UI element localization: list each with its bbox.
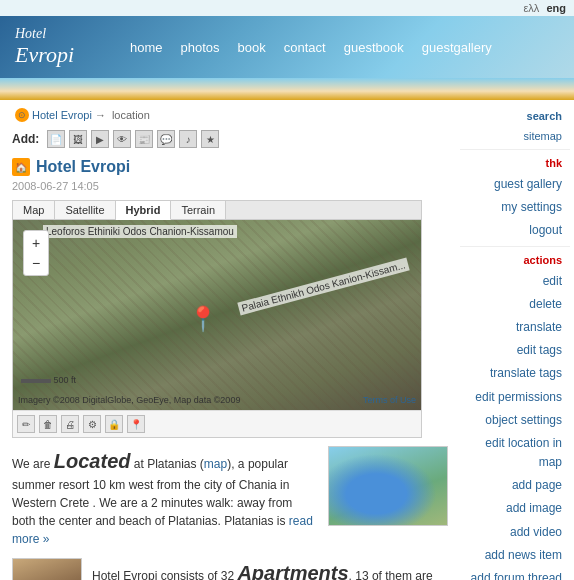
lang-ell[interactable]: ελλ <box>523 2 539 14</box>
sidebar-divider-1 <box>460 149 570 150</box>
sidebar-link-guest-gallery[interactable]: guest gallery <box>460 173 570 196</box>
nav-home[interactable]: home <box>130 40 163 55</box>
nav-book[interactable]: book <box>238 40 266 55</box>
map-zoom-control: + − <box>23 230 49 276</box>
text-body-2: Hotel Evropi consists of 32 Apartments. … <box>92 558 448 580</box>
map-container: Map Satellite Hybrid Terrain Leoforos Et… <box>12 200 422 438</box>
beach-strip <box>0 78 574 100</box>
map-tab-satellite[interactable]: Satellite <box>55 201 115 219</box>
nav-photos[interactable]: photos <box>181 40 220 55</box>
breadcrumb: ⊙ Hotel Evropi → location <box>12 108 448 122</box>
logo-hotel: Hotel <box>15 26 115 42</box>
nav-guestbook[interactable]: guestbook <box>344 40 404 55</box>
page-title: Hotel Evropi <box>36 158 130 176</box>
date-label: 2008-06-27 14:05 <box>12 180 448 192</box>
map-action-marker[interactable]: 📍 <box>127 415 145 433</box>
add-icon-eye[interactable]: 👁 <box>113 130 131 148</box>
map-action-delete[interactable]: 🗑 <box>39 415 57 433</box>
sidebar-link-edit-location[interactable]: edit location in map <box>460 432 570 474</box>
sidebar-link-add-image[interactable]: add image <box>460 497 570 520</box>
map-tabs: Map Satellite Hybrid Terrain <box>13 201 421 220</box>
add-bar: Add: 📄 🖼 ▶ 👁 📰 💬 ♪ ★ <box>12 130 448 148</box>
map-tab-map[interactable]: Map <box>13 201 55 219</box>
sidebar-link-edit-permissions[interactable]: edit permissions <box>460 386 570 409</box>
text-prefix-1: We are <box>12 457 54 471</box>
map-action-edit[interactable]: ✏ <box>17 415 35 433</box>
sidebar-sitemap-title: sitemap <box>460 126 570 146</box>
add-label: Add: <box>12 132 39 146</box>
logo: Hotel Evropi <box>0 26 130 68</box>
map-terms[interactable]: Terms of Use <box>363 395 416 405</box>
sidebar-link-object-settings[interactable]: object settings <box>460 409 570 432</box>
map-zoom-out[interactable]: − <box>26 253 46 273</box>
add-icon-forum[interactable]: 💬 <box>157 130 175 148</box>
map-tab-terrain[interactable]: Terrain <box>171 201 226 219</box>
sidebar-link-edit-tags[interactable]: edit tags <box>460 339 570 362</box>
sidebar-divider-2 <box>460 246 570 247</box>
add-icon-image[interactable]: 🖼 <box>69 130 87 148</box>
sidebar-link-add-news[interactable]: add news item <box>460 544 570 567</box>
photo-pool <box>329 447 447 525</box>
map-label-road1: Leoforos Ethiniki Odos Chanion-Kissamou <box>43 225 237 238</box>
text-body-1: We are Located at Platanias (map), a pop… <box>12 446 318 548</box>
text-prefix-2: Hotel Evropi consists of 32 <box>92 569 237 580</box>
map-action-settings[interactable]: ⚙ <box>83 415 101 433</box>
breadcrumb-current: location <box>112 109 150 121</box>
map-scale-bar <box>21 379 51 383</box>
map-copyright: Imagery ©2008 DigitalGlobe, GeoEye, Map … <box>18 395 240 405</box>
sidebar-link-my-settings[interactable]: my settings <box>460 196 570 219</box>
sidebar-link-logout[interactable]: logout <box>460 219 570 242</box>
sidebar-thk-label: thk <box>460 153 570 173</box>
sidebar-link-translate[interactable]: translate <box>460 316 570 339</box>
sidebar-link-add-video[interactable]: add video <box>460 521 570 544</box>
text-apartments: Apartments <box>237 562 348 580</box>
nav-contact[interactable]: contact <box>284 40 326 55</box>
text-located: Located <box>54 450 131 472</box>
page-icon: 🏠 <box>12 158 30 176</box>
map-marker: 📍 <box>188 305 218 333</box>
map-tab-hybrid[interactable]: Hybrid <box>116 201 172 220</box>
sidebar-link-add-page[interactable]: add page <box>460 474 570 497</box>
map-zoom-in[interactable]: + <box>26 233 46 253</box>
text-map-link[interactable]: map <box>204 457 227 471</box>
add-icon-event[interactable]: ★ <box>201 130 219 148</box>
breadcrumb-home[interactable]: Hotel Evropi <box>32 109 92 121</box>
sidebar-link-translate-tags[interactable]: translate tags <box>460 362 570 385</box>
add-icon-news[interactable]: 📰 <box>135 130 153 148</box>
main-container: ⊙ Hotel Evropi → location Add: 📄 🖼 ▶ 👁 📰… <box>0 100 574 580</box>
text-photo-1 <box>328 446 448 526</box>
content-area: ⊙ Hotel Evropi → location Add: 📄 🖼 ▶ 👁 📰… <box>0 100 460 580</box>
add-icon-music[interactable]: ♪ <box>179 130 197 148</box>
map-action-print[interactable]: 🖨 <box>61 415 79 433</box>
breadcrumb-icon: ⊙ <box>15 108 29 122</box>
sidebar-link-delete[interactable]: delete <box>460 293 570 316</box>
sidebar-link-add-forum[interactable]: add forum thread <box>460 567 570 580</box>
text-suffix-1: at Platanias ( <box>130 457 203 471</box>
header: Hotel Evropi home photos book contact gu… <box>0 16 574 78</box>
sidebar: search sitemap thk guest gallery my sett… <box>460 100 570 580</box>
map-scale-label: 500 ft <box>54 375 77 385</box>
logo-name: Evropi <box>15 42 115 68</box>
page-title-area: 🏠 Hotel Evropi <box>12 158 448 176</box>
sidebar-link-edit[interactable]: edit <box>460 270 570 293</box>
sidebar-actions-label: actions <box>460 250 570 270</box>
nav-guestgallery[interactable]: guestgallery <box>422 40 492 55</box>
text-thumb-2 <box>12 558 82 580</box>
map-scale: 500 ft <box>21 375 76 385</box>
add-icon-page[interactable]: 📄 <box>47 130 65 148</box>
map-action-lock[interactable]: 🔒 <box>105 415 123 433</box>
add-icon-video[interactable]: ▶ <box>91 130 109 148</box>
breadcrumb-separator: → <box>95 109 106 121</box>
sidebar-search-title: search <box>460 106 570 126</box>
lang-eng[interactable]: eng <box>546 2 566 14</box>
main-nav: home photos book contact guestbook guest… <box>130 40 492 55</box>
map-actions: ✏ 🗑 🖨 ⚙ 🔒 📍 <box>13 410 421 437</box>
map-visual: Leoforos Ethiniki Odos Chanion-Kissamou … <box>13 220 421 410</box>
text-section-1: We are Located at Platanias (map), a pop… <box>12 446 448 548</box>
text-section-2: Hotel Evropi consists of 32 Apartments. … <box>12 558 448 580</box>
lang-bar: ελλ eng <box>0 0 574 16</box>
